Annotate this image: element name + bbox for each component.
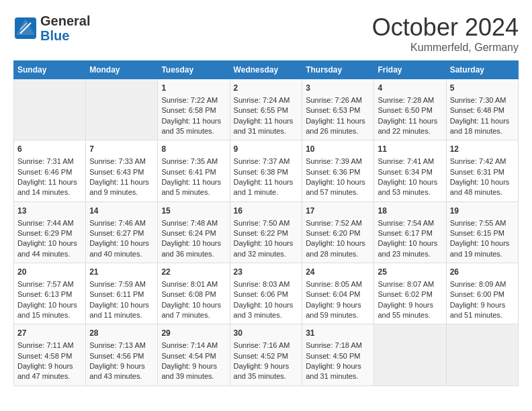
sunset-text: Sunset: 6:00 PM <box>450 289 515 300</box>
calendar-cell: 9Sunrise: 7:37 AMSunset: 6:38 PMDaylight… <box>230 140 302 201</box>
logo: General Blue <box>13 13 90 43</box>
daylight-text: Daylight: 10 hours and 3 minutes. <box>234 300 299 321</box>
col-header-friday: Friday <box>374 61 446 79</box>
col-header-monday: Monday <box>86 61 158 79</box>
day-number: 22 <box>161 267 226 278</box>
calendar-cell: 15Sunrise: 7:48 AMSunset: 6:24 PMDayligh… <box>158 201 230 263</box>
sunset-text: Sunset: 6:34 PM <box>378 167 442 177</box>
daylight-text: Daylight: 10 hours and 19 minutes. <box>450 238 515 259</box>
sunrise-text: Sunrise: 8:03 AM <box>234 279 299 289</box>
sunset-text: Sunset: 4:56 PM <box>89 351 154 361</box>
calendar-cell: 2Sunrise: 7:24 AMSunset: 6:55 PMDaylight… <box>230 79 302 140</box>
week-row: 27Sunrise: 7:11 AMSunset: 4:58 PMDayligh… <box>14 324 519 385</box>
daylight-text: Daylight: 10 hours and 32 minutes. <box>234 238 299 259</box>
sunrise-text: Sunrise: 7:48 AM <box>161 218 226 228</box>
sunset-text: Sunset: 6:53 PM <box>306 105 370 116</box>
daylight-text: Daylight: 9 hours and 59 minutes. <box>306 300 370 321</box>
sunset-text: Sunset: 6:50 PM <box>378 105 442 116</box>
sunrise-text: Sunrise: 7:35 AM <box>161 156 226 167</box>
sunrise-text: Sunrise: 7:37 AM <box>234 156 299 167</box>
calendar-cell: 22Sunrise: 8:01 AMSunset: 6:08 PMDayligh… <box>158 263 230 324</box>
daylight-text: Daylight: 11 hours and 1 minute. <box>234 177 299 198</box>
calendar-cell: 27Sunrise: 7:11 AMSunset: 4:58 PMDayligh… <box>14 324 86 385</box>
sunrise-text: Sunrise: 7:24 AM <box>234 95 299 105</box>
calendar-cell: 26Sunrise: 8:09 AMSunset: 6:00 PMDayligh… <box>446 263 518 324</box>
sunrise-text: Sunrise: 7:14 AM <box>161 340 226 351</box>
day-number: 10 <box>306 144 370 155</box>
calendar-cell: 21Sunrise: 7:59 AMSunset: 6:11 PMDayligh… <box>86 263 158 324</box>
calendar-cell: 23Sunrise: 8:03 AMSunset: 6:06 PMDayligh… <box>230 263 302 324</box>
day-number: 9 <box>234 144 299 155</box>
sunset-text: Sunset: 6:17 PM <box>378 228 442 238</box>
sunset-text: Sunset: 6:38 PM <box>234 167 299 177</box>
week-row: 20Sunrise: 7:57 AMSunset: 6:13 PMDayligh… <box>14 263 519 324</box>
day-number: 25 <box>378 267 442 278</box>
sunrise-text: Sunrise: 8:05 AM <box>306 279 370 289</box>
month-title: October 2024 <box>372 13 519 42</box>
sunset-text: Sunset: 6:02 PM <box>378 289 442 300</box>
sunrise-text: Sunrise: 7:50 AM <box>234 218 299 228</box>
calendar-cell: 24Sunrise: 8:05 AMSunset: 6:04 PMDayligh… <box>302 263 374 324</box>
daylight-text: Daylight: 11 hours and 5 minutes. <box>161 177 226 198</box>
sunset-text: Sunset: 4:50 PM <box>306 351 370 361</box>
sunset-text: Sunset: 6:29 PM <box>17 228 82 238</box>
daylight-text: Daylight: 11 hours and 18 minutes. <box>450 116 515 137</box>
day-number: 11 <box>378 144 442 155</box>
daylight-text: Daylight: 9 hours and 43 minutes. <box>89 361 154 382</box>
sunset-text: Sunset: 6:55 PM <box>234 105 299 116</box>
day-number: 8 <box>161 144 226 155</box>
day-number: 2 <box>234 83 299 94</box>
calendar-cell <box>374 324 446 385</box>
day-number: 5 <box>450 83 515 94</box>
sunrise-text: Sunrise: 7:54 AM <box>378 218 442 228</box>
logo-icon <box>13 16 38 40</box>
calendar-cell <box>446 324 518 385</box>
sunset-text: Sunset: 6:27 PM <box>89 228 154 238</box>
day-number: 19 <box>450 205 515 217</box>
sunset-text: Sunset: 6:48 PM <box>450 105 515 116</box>
day-number: 17 <box>306 205 370 217</box>
daylight-text: Daylight: 10 hours and 48 minutes. <box>450 177 515 198</box>
sunrise-text: Sunrise: 7:52 AM <box>306 218 370 228</box>
sunset-text: Sunset: 6:46 PM <box>17 167 82 177</box>
sunset-text: Sunset: 6:22 PM <box>234 228 299 238</box>
calendar-cell: 25Sunrise: 8:07 AMSunset: 6:02 PMDayligh… <box>374 263 446 324</box>
logo-name-line1: General <box>40 13 90 28</box>
calendar-cell: 28Sunrise: 7:13 AMSunset: 4:56 PMDayligh… <box>86 324 158 385</box>
daylight-text: Daylight: 10 hours and 28 minutes. <box>306 238 370 259</box>
day-number: 16 <box>234 205 299 217</box>
sunrise-text: Sunrise: 7:28 AM <box>378 95 442 105</box>
location-title: Kummerfeld, Germany <box>372 42 519 54</box>
sunrise-text: Sunrise: 8:07 AM <box>378 279 442 289</box>
sunrise-text: Sunrise: 7:18 AM <box>306 340 370 351</box>
header-row: SundayMondayTuesdayWednesdayThursdayFrid… <box>14 61 519 79</box>
daylight-text: Daylight: 11 hours and 22 minutes. <box>378 116 442 137</box>
sunrise-text: Sunrise: 7:59 AM <box>89 279 154 289</box>
day-number: 21 <box>89 267 154 278</box>
sunrise-text: Sunrise: 7:26 AM <box>306 95 370 105</box>
sunrise-text: Sunrise: 7:39 AM <box>306 156 370 167</box>
calendar-cell <box>86 79 158 140</box>
col-header-wednesday: Wednesday <box>230 61 302 79</box>
day-number: 1 <box>161 83 226 94</box>
calendar-cell: 31Sunrise: 7:18 AMSunset: 4:50 PMDayligh… <box>302 324 374 385</box>
daylight-text: Daylight: 11 hours and 26 minutes. <box>306 116 370 137</box>
daylight-text: Daylight: 9 hours and 47 minutes. <box>17 361 82 382</box>
calendar-cell: 8Sunrise: 7:35 AMSunset: 6:41 PMDaylight… <box>158 140 230 201</box>
calendar-cell: 20Sunrise: 7:57 AMSunset: 6:13 PMDayligh… <box>14 263 86 324</box>
week-row: 13Sunrise: 7:44 AMSunset: 6:29 PMDayligh… <box>14 201 519 263</box>
daylight-text: Daylight: 10 hours and 40 minutes. <box>89 238 154 259</box>
calendar-cell: 14Sunrise: 7:46 AMSunset: 6:27 PMDayligh… <box>86 201 158 263</box>
calendar-cell: 17Sunrise: 7:52 AMSunset: 6:20 PMDayligh… <box>302 201 374 263</box>
daylight-text: Daylight: 10 hours and 23 minutes. <box>378 238 442 259</box>
sunrise-text: Sunrise: 7:11 AM <box>17 340 82 351</box>
sunrise-text: Sunrise: 8:01 AM <box>161 279 226 289</box>
calendar-cell: 5Sunrise: 7:30 AMSunset: 6:48 PMDaylight… <box>446 79 518 140</box>
sunset-text: Sunset: 4:52 PM <box>234 351 299 361</box>
daylight-text: Daylight: 9 hours and 31 minutes. <box>306 361 370 382</box>
daylight-text: Daylight: 10 hours and 44 minutes. <box>17 238 82 259</box>
day-number: 15 <box>161 205 226 217</box>
day-number: 24 <box>306 267 370 278</box>
sunset-text: Sunset: 6:58 PM <box>161 105 226 116</box>
daylight-text: Daylight: 9 hours and 39 minutes. <box>161 361 226 382</box>
